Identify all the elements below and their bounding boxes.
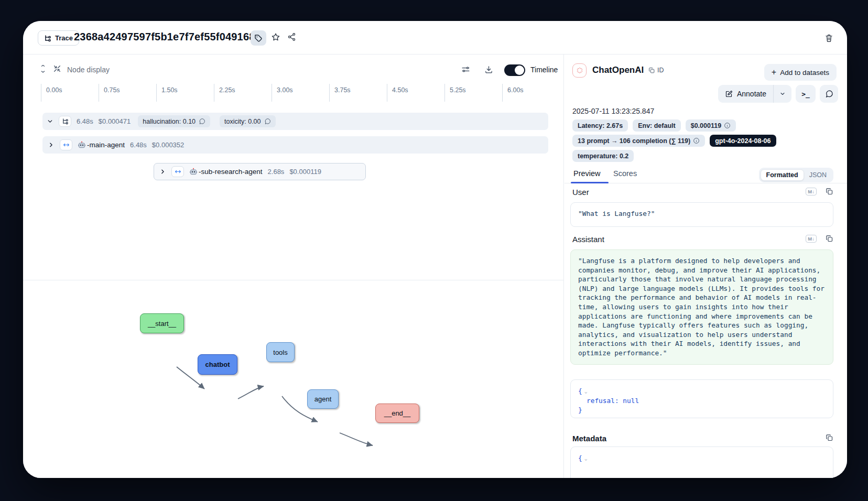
cost: $0.000352 — [152, 141, 184, 149]
duration: 2.68s — [268, 168, 285, 176]
node-label: __start__ — [148, 320, 176, 328]
observation-title: ChatOpenAI — [592, 65, 644, 75]
tag-button[interactable] — [251, 30, 266, 46]
expand-all-button[interactable] — [39, 64, 47, 73]
observation-name: -sub-research-agent — [189, 168, 263, 176]
expand-all-icon — [39, 64, 47, 73]
agent-name-text: -sub-research-agent — [199, 168, 263, 176]
token-usage-value: 13 prompt → 106 completion (∑ 119) — [578, 137, 690, 145]
timeline-toggle-label: Timeline — [530, 66, 558, 74]
cost-badge[interactable]: $0.000119 — [686, 119, 736, 132]
node-label: tools — [273, 348, 287, 356]
format-option-json[interactable]: JSON — [804, 170, 832, 180]
share-icon — [287, 32, 296, 41]
star-icon — [271, 32, 280, 42]
comments-button[interactable] — [820, 85, 838, 103]
graph-node-end[interactable]: __end__ — [375, 404, 419, 423]
markdown-toggle-icon[interactable]: M↓ — [806, 235, 817, 243]
score-badge-hallucination[interactable]: hallucination: 0.10 — [138, 115, 210, 127]
format-option-formatted[interactable]: Formatted — [761, 169, 804, 181]
terminal-icon: >_ — [801, 90, 810, 98]
download-button[interactable] — [484, 65, 493, 74]
trace-tree-icon — [44, 35, 51, 42]
tab-scores[interactable]: Scores — [611, 167, 639, 180]
brace-open: { — [578, 387, 582, 395]
trace-row[interactable]: 6.48s $0.000471 hallucination: 0.10 toxi… — [42, 113, 548, 130]
score-label: hallucination: 0.10 — [143, 118, 196, 125]
trace-id: 2368a42497597f5b1e7f7ef55f049168 — [74, 31, 255, 43]
graph-node-tools[interactable]: tools — [266, 342, 295, 362]
toggle-knob — [515, 66, 524, 75]
token-usage-badge[interactable]: 13 prompt → 106 completion (∑ 119) — [572, 135, 705, 147]
chevron-down-icon[interactable] — [47, 118, 53, 125]
star-button[interactable] — [271, 32, 280, 42]
annotate-dropdown-button[interactable] — [773, 85, 791, 103]
robot-emoji-icon — [78, 141, 86, 149]
axis-tick: 3.00s — [272, 84, 329, 102]
score-badge-toxicity[interactable]: toxicity: 0.00 — [220, 115, 275, 127]
id-copy-group[interactable]: ID — [648, 67, 664, 74]
annotate-button-group: Annotate — [718, 85, 791, 103]
generation-type-icon — [572, 63, 587, 78]
model-badge[interactable]: gpt-4o-2024-08-06 — [710, 135, 776, 147]
collapse-all-button[interactable] — [53, 64, 61, 73]
axis-tick: 6.00s — [502, 84, 560, 102]
json-line-refusal: refusal: null — [578, 396, 826, 406]
annotate-label: Annotate — [737, 90, 766, 98]
top-bar: Trace 2368a42497597f5b1e7f7ef55f049168 — [23, 21, 847, 55]
collapse-chevron-icon[interactable]: ⌄ — [584, 388, 588, 394]
display-settings-button[interactable] — [461, 65, 470, 74]
tab-preview[interactable]: Preview — [571, 167, 603, 180]
user-section-heading: User — [572, 188, 589, 197]
user-message-text: "What is Langfuse?" — [578, 210, 655, 217]
badge-row-1: Latency: 2.67s Env: default $0.000119 — [572, 119, 736, 132]
observation-name: -main-agent — [78, 141, 125, 149]
agent-name-text: -main-agent — [87, 141, 125, 149]
comment-icon — [264, 118, 271, 125]
chevron-down-icon — [779, 91, 786, 97]
metadata-section-heading: Metadata — [572, 434, 606, 443]
copy-icon[interactable] — [826, 188, 833, 195]
annotate-button[interactable]: Annotate — [718, 85, 773, 103]
timeline-toggle[interactable] — [504, 64, 525, 76]
output-json-box: {⌄ refusal: null } — [570, 379, 833, 418]
chevron-right-icon[interactable] — [159, 168, 166, 175]
axis-tick: 3.75s — [329, 84, 387, 102]
axis-tick: 2.25s — [214, 84, 272, 102]
json-line-open: {⌄ — [578, 386, 826, 396]
add-to-datasets-button[interactable]: + Add to datasets — [764, 64, 837, 81]
observation-timestamp: 2025-07-11 13:23:25.847 — [572, 107, 654, 115]
main-agent-row[interactable]: -main-agent 6.48s $0.000352 — [42, 136, 548, 154]
chevron-right-icon[interactable] — [48, 141, 55, 148]
timeline-panel: Node display Timeline 0.00s 0.75s 1.50s … — [23, 55, 564, 478]
detail-panel: ChatOpenAI ID + Add to datasets Annotate — [565, 55, 847, 478]
delete-trace-button[interactable] — [820, 29, 838, 47]
annotate-pencil-icon — [725, 90, 733, 98]
trace-type-pill: Trace — [38, 30, 79, 46]
markdown-toggle-icon[interactable]: M↓ — [806, 188, 817, 195]
assistant-message-text: "Langfuse is a platform designed to help… — [578, 257, 824, 357]
user-section-icons: M↓ — [806, 188, 833, 195]
assistant-message-box: "Langfuse is a platform designed to help… — [570, 249, 833, 365]
assistant-section-heading: Assistant — [572, 235, 604, 244]
graph-node-agent[interactable]: agent — [307, 389, 339, 409]
id-label: ID — [657, 67, 664, 74]
collapse-chevron-icon[interactable]: ⌄ — [584, 455, 588, 461]
sliders-icon — [461, 65, 470, 74]
share-button[interactable] — [287, 32, 296, 41]
axis-tick: 5.25s — [444, 84, 502, 102]
robot-emoji-icon — [189, 168, 198, 176]
trace-tree-icon — [59, 116, 71, 127]
copy-icon[interactable] — [826, 434, 833, 442]
copy-icon[interactable] — [826, 235, 833, 243]
graph-node-start[interactable]: __start__ — [140, 313, 184, 333]
cost: $0.000119 — [289, 168, 321, 176]
graph-node-chatbot[interactable]: chatbot — [198, 354, 237, 375]
duration: 6.48s — [130, 141, 147, 149]
download-icon — [484, 65, 493, 74]
playground-button[interactable]: >_ — [796, 85, 816, 103]
sub-agent-row[interactable]: -sub-research-agent 2.68s $0.000119 — [154, 163, 366, 180]
assistant-section-icons: M↓ — [806, 235, 833, 243]
graph-edges — [23, 280, 564, 478]
metadata-section-icons — [826, 434, 833, 442]
